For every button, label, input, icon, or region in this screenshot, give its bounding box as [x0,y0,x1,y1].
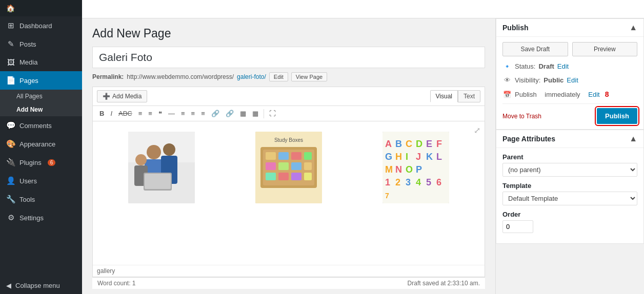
collapse-menu[interactable]: ◀ Collapse menu [0,277,82,294]
sidebar-item-label: Plugins [19,159,42,166]
parent-group: Parent (no parent) [502,153,637,177]
page-attributes-toggle[interactable]: ▲ [629,134,637,143]
publish-when-edit-link[interactable]: Edit [588,91,599,98]
sidebar: 🏠 ⊞ Dashboard ✎ Posts 🖼 Media 📄 Pages Al… [0,0,82,294]
unordered-list-button[interactable]: ≡ [136,108,145,119]
svg-rect-24 [304,173,312,180]
wp-logo-icon: 🏠 [6,4,15,12]
page-title-input[interactable] [92,47,485,68]
svg-rect-22 [278,173,289,180]
publish-btn-row: Save Draft Preview [502,42,637,56]
svg-rect-9 [145,174,171,189]
sidebar-item-media[interactable]: 🖼 Media [0,53,82,71]
dashboard-icon: ⊞ [6,21,15,30]
expand-icon[interactable]: ⤢ [474,125,480,135]
fullscreen-button[interactable]: ⛶ [267,108,278,119]
sidebar-item-users[interactable]: 👤 Users [0,172,82,190]
sidebar-item-comments[interactable]: 💬 Comments [0,116,82,135]
page-attributes-header: Page Attributes ▲ [496,130,643,148]
submenu-add-new[interactable]: Add New [0,103,82,116]
appearance-icon: 🎨 [6,139,15,149]
draft-saved: Draft saved at 2:33:10 am. [408,280,480,287]
pages-icon: 📄 [6,76,15,85]
editor-toolbar-top: ➕ Add Media Visual Text [93,87,485,106]
more-button[interactable]: ▦ [250,108,261,119]
save-draft-button[interactable]: Save Draft [502,42,568,56]
status-bar: Word count: 1 Draft saved at 2:33:10 am. [92,277,485,289]
revision-badge: 8 [605,90,609,98]
page-attributes-title: Page Attributes [502,135,555,143]
sidebar-item-plugins[interactable]: 🔌 Plugins 6 [0,153,82,172]
order-group: Order [502,211,637,233]
sidebar-item-label: Pages [19,77,38,85]
insert-table-button[interactable]: ▦ [237,108,249,119]
pages-submenu: All Pages Add New [0,90,82,116]
visibility-edit-link[interactable]: Edit [567,76,578,84]
editor-content[interactable]: Study Boxes A B C D E F [93,121,485,265]
svg-text:3: 3 [406,177,411,187]
svg-text:4: 4 [416,177,421,187]
bold-button[interactable]: B [97,108,107,119]
visual-tab[interactable]: Visual [430,90,458,102]
blockquote-button[interactable]: ❝ [156,108,165,119]
submenu-all-pages[interactable]: All Pages [0,90,82,103]
status-row: 🔹 Status: Draft Edit [502,61,637,71]
italic-button[interactable]: I [108,108,115,119]
svg-text:5: 5 [426,177,431,187]
svg-text:O: O [406,164,413,175]
publish-panel: Publish ▲ Save Draft Preview 🔹 Status: D… [496,18,644,130]
main-area: Add New Page Permalink: http://www.webde… [82,0,644,294]
svg-text:A: A [385,139,392,149]
parent-select[interactable]: (no parent) [502,163,637,177]
media-icon: 🖼 [6,58,15,67]
align-center-button[interactable]: ≡ [189,108,198,119]
move-to-trash-button[interactable]: Move to Trash [502,113,541,120]
svg-text:P: P [416,164,422,175]
page-attributes-panel: Page Attributes ▲ Parent (no parent) Tem… [496,130,644,244]
order-label: Order [502,211,637,218]
align-right-button[interactable]: ≡ [198,108,208,119]
sidebar-item-appearance[interactable]: 🎨 Appearance [0,135,82,153]
sidebar-item-label: Tools [19,196,35,203]
publish-when-label: Publish [515,91,537,98]
publish-panel-body: Save Draft Preview 🔹 Status: Draft Edit … [496,37,643,129]
sidebar-item-dashboard[interactable]: ⊞ Dashboard [0,16,82,35]
content-area: Add New Page Permalink: http://www.webde… [82,18,644,294]
svg-point-4 [163,143,175,156]
edit-permalink-button[interactable]: Edit [269,72,288,81]
sidebar-logo[interactable]: 🏠 [0,0,82,16]
text-tab[interactable]: Text [458,90,480,102]
order-input[interactable] [502,220,533,233]
unlink-button[interactable]: 🔗 [223,108,236,119]
svg-text:D: D [416,139,422,149]
sidebar-item-label: Settings [19,214,44,222]
view-page-button[interactable]: View Page [291,72,327,81]
sidebar-item-label: Media [19,58,37,66]
link-button[interactable]: 🔗 [209,108,222,119]
sidebar-item-label: Dashboard [19,22,52,30]
permalink-slug[interactable]: galeri-foto/ [237,73,266,80]
svg-text:E: E [426,139,432,149]
settings-icon: ⚙ [6,213,15,222]
publish-button[interactable]: Publish [597,108,637,124]
editor-footer: gallery [93,265,485,277]
strikethrough-button[interactable]: ABC [116,108,135,119]
publish-panel-toggle[interactable]: ▲ [629,23,637,32]
sidebar-item-settings[interactable]: ⚙ Settings [0,208,82,227]
add-media-button[interactable]: ➕ Add Media [97,90,147,102]
preview-button[interactable]: Preview [572,42,638,56]
sidebar-item-pages[interactable]: 📄 Pages [0,71,82,90]
visibility-label: Visibility: [515,76,540,84]
horizontal-rule-button[interactable]: — [166,108,177,119]
ordered-list-button[interactable]: ≡ [146,108,155,119]
top-bar [82,0,644,18]
plugins-badge: 6 [48,159,56,166]
align-left-button[interactable]: ≡ [178,108,188,119]
sidebar-item-posts[interactable]: ✎ Posts [0,35,82,53]
svg-text:2: 2 [395,177,400,187]
template-select[interactable]: Default Template [502,192,637,205]
status-edit-link[interactable]: Edit [557,62,569,70]
svg-text:7: 7 [385,192,389,200]
svg-rect-23 [291,173,301,180]
sidebar-item-tools[interactable]: 🔧 Tools [0,190,82,208]
